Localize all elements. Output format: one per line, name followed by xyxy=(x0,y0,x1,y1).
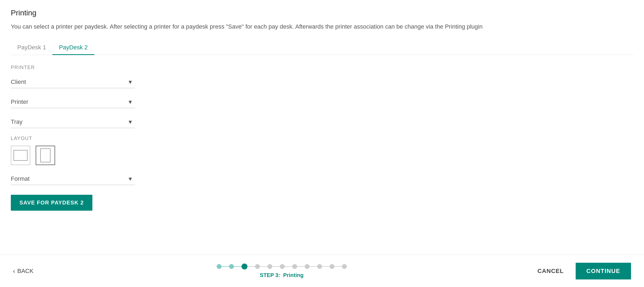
layout-options xyxy=(11,146,633,165)
step-dot-7 xyxy=(292,264,297,269)
back-arrow-icon: ‹ xyxy=(13,267,15,275)
step-line-1 xyxy=(222,266,229,267)
client-dropdown-wrapper: Client ▼ xyxy=(11,76,135,88)
step-dot-6 xyxy=(280,264,285,269)
main-content: Printing You can select a printer per pa… xyxy=(0,0,644,255)
step-dot-8 xyxy=(305,264,310,269)
format-dropdown[interactable]: Format xyxy=(11,173,135,185)
step-dot-5 xyxy=(267,264,272,269)
stepper-step-name: Printing xyxy=(283,272,304,278)
step-dot-2 xyxy=(229,264,234,269)
step-line-4 xyxy=(260,266,267,267)
stepper: STEP 3: Printing xyxy=(217,264,347,278)
stepper-label: STEP 3: Printing xyxy=(260,272,304,278)
tabs-container: PayDesk 1 PayDesk 2 xyxy=(11,41,633,55)
step-dot-11 xyxy=(342,264,347,269)
page-title: Printing xyxy=(11,9,633,17)
step-line-2 xyxy=(234,266,242,267)
step-line-5 xyxy=(272,266,280,267)
layout-landscape[interactable] xyxy=(11,146,30,165)
client-dropdown[interactable]: Client xyxy=(11,76,135,88)
step-dot-4 xyxy=(255,264,260,269)
format-dropdown-wrapper: Format ▼ xyxy=(11,173,135,185)
step-dot-1 xyxy=(217,264,222,269)
layout-portrait[interactable] xyxy=(36,146,55,165)
action-buttons: CANCEL CONTINUE xyxy=(530,263,631,279)
tab-paydesk2[interactable]: PayDesk 2 xyxy=(52,41,94,55)
layout-section-label: LAYOUT xyxy=(11,136,633,141)
stepper-step-prefix: STEP 3: xyxy=(260,272,280,278)
page-description: You can select a printer per paydesk. Af… xyxy=(11,23,633,31)
cancel-button[interactable]: CANCEL xyxy=(530,263,571,279)
tab-paydesk1[interactable]: PayDesk 1 xyxy=(11,41,52,55)
layout-landscape-icon xyxy=(14,150,28,161)
step-line-8 xyxy=(310,266,317,267)
back-button[interactable]: ‹ BACK xyxy=(13,267,33,275)
step-line-7 xyxy=(297,266,305,267)
step-dot-10 xyxy=(330,264,334,269)
step-line-10 xyxy=(334,266,342,267)
step-line-3 xyxy=(247,266,255,267)
layout-portrait-icon xyxy=(40,148,51,162)
continue-button[interactable]: CONTINUE xyxy=(576,263,631,279)
bottom-bar: ‹ BACK xyxy=(0,255,644,287)
step-dot-3 xyxy=(242,264,247,269)
step-line-6 xyxy=(285,266,292,267)
save-paydesk-button[interactable]: SAVE FOR PAYDESK 2 xyxy=(11,195,92,211)
step-dot-9 xyxy=(317,264,322,269)
printer-dropdown-wrapper: Printer ▼ xyxy=(11,96,135,108)
printer-section-label: PRINTER xyxy=(11,65,633,70)
stepper-dots xyxy=(217,264,347,269)
back-label: BACK xyxy=(17,268,33,275)
printer-dropdown[interactable]: Printer xyxy=(11,96,135,108)
tray-dropdown[interactable]: Tray xyxy=(11,116,135,128)
step-line-9 xyxy=(322,266,330,267)
tray-dropdown-wrapper: Tray ▼ xyxy=(11,116,135,128)
